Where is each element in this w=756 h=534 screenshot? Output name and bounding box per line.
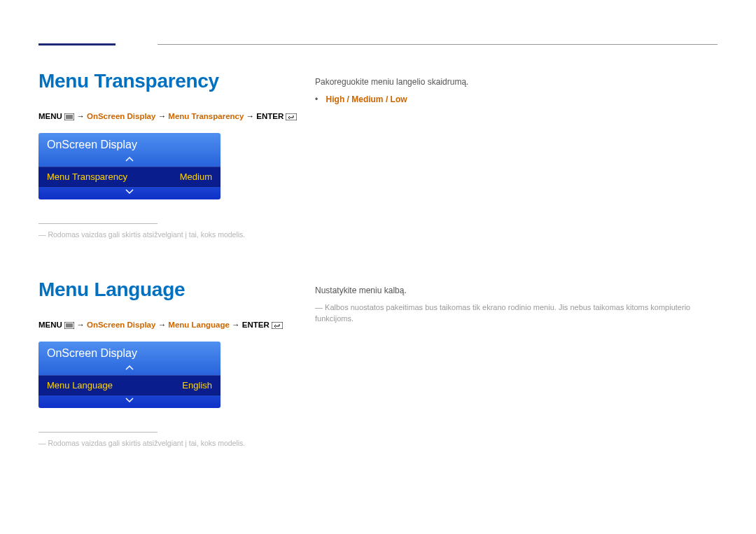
osd-arrow-down[interactable] [38, 395, 220, 408]
breadcrumb-enter: ENTER [256, 112, 284, 120]
left-column: Menu Transparency MENU → OnScreen Displa… [38, 70, 315, 240]
breadcrumb-arrow: → [158, 112, 169, 120]
right-column: Pakoreguokite meniu langelio skaidrumą. … [315, 70, 718, 104]
menu-icon [64, 113, 74, 120]
bullet-dot: • [315, 94, 323, 104]
breadcrumb-path1: OnScreen Display [87, 321, 155, 329]
osd-arrow-up[interactable] [38, 363, 220, 375]
chevron-down-icon [125, 189, 134, 195]
osd-panel: OnScreen Display Menu Language English [38, 342, 220, 408]
chevron-up-icon [125, 365, 134, 370]
chevron-up-icon [125, 156, 134, 162]
description: Pakoreguokite meniu langelio skaidrumą. [315, 76, 718, 89]
enter-icon [286, 113, 297, 120]
svg-rect-9 [272, 322, 283, 329]
svg-rect-4 [286, 113, 297, 120]
description: Nustatykite meniu kalbą. [315, 284, 718, 297]
section-title: Menu Transparency [38, 70, 315, 92]
right-column: Nustatykite meniu kalbą. Kalbos nuostato… [315, 279, 718, 325]
osd-item-label: Menu Transparency [47, 171, 127, 182]
note: Kalbos nuostatos pakeitimas bus taikomas… [315, 302, 718, 325]
breadcrumb-menu: MENU [38, 112, 62, 120]
osd-arrow-up[interactable] [38, 154, 220, 167]
breadcrumb-path2: Menu Transparency [168, 112, 244, 120]
breadcrumb-enter: ENTER [242, 321, 270, 329]
options-bullet: • High / Medium / Low [315, 94, 718, 104]
footnote-divider [38, 223, 158, 224]
section-menu-transparency: Menu Transparency MENU → OnScreen Displa… [38, 70, 718, 240]
osd-panel: OnScreen Display Menu Transparency Mediu… [38, 133, 220, 199]
osd-item-value: Medium [180, 171, 212, 182]
osd-arrow-down[interactable] [38, 187, 220, 199]
breadcrumb-arrow: → [246, 112, 257, 120]
breadcrumb: MENU → OnScreen Display → Menu Transpare… [38, 112, 315, 120]
header-divider [158, 44, 718, 45]
breadcrumb-arrow: → [158, 321, 169, 329]
osd-item[interactable]: Menu Transparency Medium [38, 167, 220, 187]
header-accent-bar [38, 43, 115, 45]
options-values: High / Medium / Low [326, 94, 407, 104]
footnote: Rodomas vaizdas gali skirtis atsižvelgia… [38, 230, 315, 240]
enter-icon [272, 322, 283, 329]
osd-item[interactable]: Menu Language English [38, 375, 220, 395]
breadcrumb: MENU → OnScreen Display → Menu Language … [38, 321, 315, 329]
footnote-divider [38, 432, 158, 433]
section-menu-language: Menu Language MENU → OnScreen Display → … [38, 279, 718, 449]
breadcrumb-menu: MENU [38, 321, 62, 329]
osd-item-label: Menu Language [47, 380, 113, 391]
breadcrumb-arrow: → [76, 321, 87, 329]
osd-panel-header: OnScreen Display [38, 133, 220, 154]
breadcrumb-path1: OnScreen Display [87, 112, 155, 120]
menu-icon [64, 322, 74, 329]
breadcrumb-path2: Menu Language [168, 321, 230, 329]
osd-item-value: English [182, 380, 212, 391]
footnote: Rodomas vaizdas gali skirtis atsižvelgia… [38, 438, 315, 449]
section-title: Menu Language [38, 279, 315, 301]
left-column: Menu Language MENU → OnScreen Display → … [38, 279, 315, 449]
breadcrumb-arrow: → [76, 112, 87, 120]
page: Menu Transparency MENU → OnScreen Displa… [0, 0, 756, 534]
breadcrumb-arrow: → [232, 321, 242, 329]
chevron-down-icon [125, 398, 134, 403]
osd-panel-header: OnScreen Display [38, 342, 220, 363]
